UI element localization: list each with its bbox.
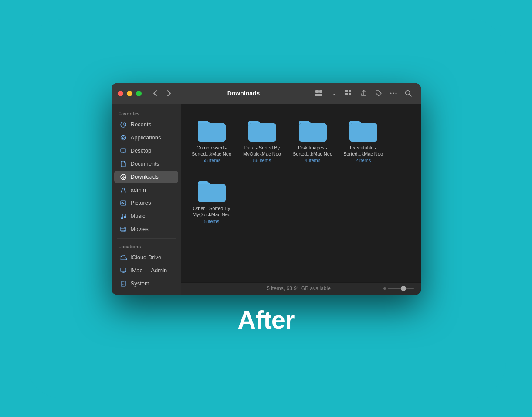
svg-rect-3 bbox=[319, 94, 322, 96]
back-button[interactable] bbox=[149, 88, 161, 99]
sidebar-item-label: admin bbox=[131, 186, 146, 193]
view-grid-button[interactable] bbox=[313, 88, 326, 99]
svg-rect-1 bbox=[319, 90, 322, 93]
sidebar-divider bbox=[117, 238, 176, 239]
slider-track[interactable] bbox=[388, 288, 414, 289]
sidebar-item-applications[interactable]: Applications bbox=[114, 132, 178, 144]
folder-count-executable: 2 items bbox=[356, 158, 371, 163]
sidebar-item-icloud[interactable]: iCloud Drive bbox=[114, 251, 178, 264]
recents-icon bbox=[119, 121, 127, 129]
folder-other[interactable]: Other - Sorted By MyQuickMac Neo 5 items bbox=[190, 173, 234, 227]
folder-name-disk: Disk Images - Sorted...kMac Neo bbox=[293, 145, 333, 157]
folder-icon-other bbox=[196, 177, 227, 203]
sidebar-item-system[interactable]: System bbox=[114, 278, 178, 290]
minimize-button[interactable] bbox=[127, 91, 132, 96]
folder-name-other: Other - Sorted By MyQuickMac Neo bbox=[192, 205, 232, 218]
folder-name-data: Data - Sorted By MyQuickMac Neo bbox=[242, 145, 282, 157]
toolbar-actions bbox=[313, 88, 415, 99]
page-wrapper: Downloads bbox=[112, 83, 421, 334]
svg-rect-6 bbox=[345, 93, 348, 95]
folder-icon-executable bbox=[348, 116, 379, 142]
icloud-icon bbox=[119, 254, 127, 261]
sidebar-item-label: Desktop bbox=[131, 147, 152, 154]
sidebar-item-imac[interactable]: iMac — Admin bbox=[114, 264, 178, 277]
imac-icon bbox=[119, 267, 127, 275]
folder-icon-disk bbox=[297, 116, 329, 142]
search-button[interactable] bbox=[402, 88, 415, 99]
forward-button[interactable] bbox=[163, 88, 175, 99]
close-button[interactable] bbox=[118, 91, 123, 96]
view-options-button[interactable] bbox=[328, 88, 341, 99]
sidebar-item-label: System bbox=[131, 280, 149, 287]
folder-icon-data bbox=[247, 116, 278, 142]
sidebar-item-label: Pictures bbox=[131, 200, 151, 206]
pictures-icon bbox=[119, 199, 127, 207]
nav-buttons bbox=[149, 88, 175, 99]
view-list-button[interactable] bbox=[342, 88, 356, 99]
titlebar: Downloads bbox=[112, 83, 421, 104]
folder-disk-images[interactable]: Disk Images - Sorted...kMac Neo 4 items bbox=[291, 113, 335, 167]
sidebar-item-desktop[interactable]: Desktop bbox=[114, 145, 178, 157]
status-text: 5 items, 63.91 GB available bbox=[214, 285, 383, 292]
sidebar-item-label: iMac — Admin bbox=[131, 267, 167, 274]
folder-data[interactable]: Data - Sorted By MyQuickMac Neo 86 items bbox=[241, 113, 284, 167]
system-icon bbox=[119, 280, 127, 288]
sidebar-item-label: Movies bbox=[131, 226, 149, 232]
traffic-lights bbox=[118, 91, 142, 96]
folder-executable[interactable]: Executable - Sorted...kMac Neo 2 items bbox=[342, 113, 385, 167]
sidebar-item-admin[interactable]: admin bbox=[114, 184, 178, 196]
window-title: Downloads bbox=[175, 90, 313, 97]
svg-rect-7 bbox=[349, 93, 351, 95]
sidebar-item-pictures[interactable]: Pictures bbox=[114, 197, 178, 209]
sidebar-item-recents[interactable]: Recents bbox=[114, 119, 178, 131]
admin-icon bbox=[119, 186, 127, 194]
sidebar-item-label: Downloads bbox=[131, 173, 159, 180]
file-grid: Compressed - Sorted...kMac Neo 55 items … bbox=[181, 104, 421, 282]
svg-point-8 bbox=[377, 92, 378, 92]
svg-point-16 bbox=[122, 137, 124, 139]
zoom-slider[interactable] bbox=[383, 287, 414, 290]
sidebar-item-label: Applications bbox=[131, 134, 161, 141]
slider-thumb bbox=[401, 286, 406, 291]
finder-body: Favorites Recents bbox=[112, 104, 421, 295]
folder-compressed[interactable]: Compressed - Sorted...kMac Neo 55 items bbox=[190, 113, 234, 167]
svg-rect-25 bbox=[121, 268, 126, 272]
svg-line-13 bbox=[409, 95, 411, 97]
svg-point-9 bbox=[390, 93, 391, 94]
documents-icon bbox=[119, 160, 127, 168]
folder-count-other: 5 items bbox=[204, 219, 219, 224]
folder-count-compressed: 55 items bbox=[203, 158, 221, 163]
locations-label: Locations bbox=[112, 241, 181, 251]
svg-rect-17 bbox=[121, 149, 126, 152]
applications-icon bbox=[119, 134, 127, 142]
more-button[interactable] bbox=[387, 88, 400, 99]
sidebar-item-label: Recents bbox=[131, 121, 152, 128]
svg-point-11 bbox=[395, 93, 396, 94]
music-icon bbox=[119, 212, 127, 220]
sidebar-item-downloads[interactable]: Downloads bbox=[114, 171, 178, 183]
svg-rect-0 bbox=[315, 90, 319, 93]
svg-rect-2 bbox=[315, 94, 319, 96]
sidebar-item-music[interactable]: Music bbox=[114, 210, 178, 222]
favorites-label: Favorites bbox=[112, 108, 181, 118]
sidebar-item-documents[interactable]: Documents bbox=[114, 158, 178, 170]
status-bar: 5 items, 63.91 GB available bbox=[181, 282, 421, 295]
finder-window: Downloads bbox=[112, 83, 421, 295]
sidebar-item-label: Music bbox=[131, 213, 146, 219]
folder-name-compressed: Compressed - Sorted...kMac Neo bbox=[192, 145, 232, 157]
desktop-icon bbox=[119, 147, 127, 155]
movies-icon bbox=[119, 225, 127, 233]
slider-dot bbox=[383, 287, 386, 290]
tag-button[interactable] bbox=[372, 88, 385, 99]
sidebar-item-label: iCloud Drive bbox=[131, 254, 162, 261]
downloads-icon bbox=[119, 173, 127, 181]
svg-rect-24 bbox=[121, 227, 126, 231]
after-label: After bbox=[237, 305, 294, 334]
sidebar: Favorites Recents bbox=[112, 104, 181, 295]
share-button[interactable] bbox=[357, 88, 370, 99]
svg-rect-5 bbox=[349, 90, 351, 92]
folder-name-executable: Executable - Sorted...kMac Neo bbox=[343, 145, 383, 157]
folder-count-disk: 4 items bbox=[305, 158, 320, 163]
maximize-button[interactable] bbox=[136, 91, 142, 96]
sidebar-item-movies[interactable]: Movies bbox=[114, 223, 178, 235]
